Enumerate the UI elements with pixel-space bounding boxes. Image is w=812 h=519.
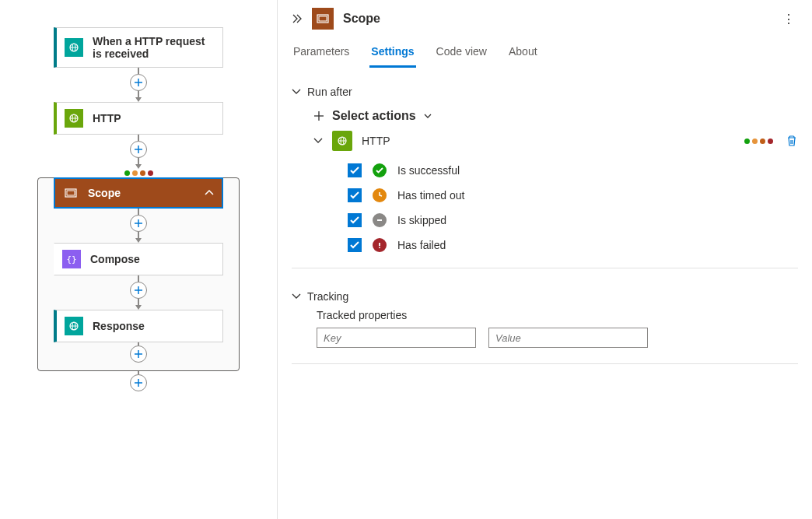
add-step-button[interactable] [130, 74, 147, 91]
chevron-down-icon [313, 138, 323, 144]
scope-icon [63, 185, 79, 201]
success-icon [373, 163, 387, 177]
node-label: Compose [90, 253, 140, 265]
condition-timeout: Has timed out [348, 188, 798, 202]
add-step-button[interactable] [130, 282, 147, 299]
chevron-down-icon [424, 114, 432, 119]
svg-rect-11 [67, 191, 75, 195]
node-label: HTTP [93, 112, 121, 124]
condition-label: Is skipped [397, 214, 446, 226]
add-step-button[interactable] [130, 345, 147, 363]
panel-tabs: Parameters Settings Code view About [278, 37, 812, 68]
connector [130, 342, 147, 363]
condition-label: Is successful [397, 164, 460, 177]
delete-action-button[interactable] [786, 135, 798, 147]
node-http[interactable]: HTTP [54, 102, 223, 135]
divider [292, 268, 798, 268]
connector [130, 209, 147, 243]
compose-icon: {} [62, 250, 81, 268]
svg-point-33 [379, 247, 380, 248]
node-response[interactable]: Response [54, 310, 223, 342]
clock-icon [373, 188, 387, 202]
connector [130, 135, 147, 169]
condition-label: Has timed out [397, 189, 464, 202]
add-step-button[interactable] [130, 141, 147, 158]
more-actions-button[interactable]: ⋮ [779, 9, 798, 30]
action-label: HTTP [362, 135, 390, 147]
checkbox-skipped[interactable] [348, 213, 362, 227]
condition-failed: Has failed [348, 238, 798, 252]
condition-list: Is successful Has timed out [348, 163, 798, 252]
panel-header: Scope ⋮ [278, 0, 812, 37]
tracked-properties-inputs [317, 328, 798, 348]
chevron-down-icon [292, 89, 301, 95]
add-step-button[interactable] [130, 215, 147, 232]
node-compose[interactable]: {} Compose [54, 243, 223, 275]
error-icon [373, 238, 387, 252]
node-http-trigger[interactable]: When a HTTP request is received [54, 27, 223, 68]
connector [130, 275, 147, 310]
section-tracking: Tracking Tracked properties [292, 279, 798, 375]
minus-icon [373, 213, 387, 227]
run-after-action: HTTP [313, 131, 798, 252]
node-scope[interactable]: Scope [54, 177, 223, 209]
scope-icon [312, 8, 334, 30]
collapse-panel-button[interactable] [292, 13, 303, 24]
chevron-down-icon [292, 293, 301, 300]
tab-parameters[interactable]: Parameters [292, 37, 351, 68]
section-title: Tracking [307, 290, 348, 303]
select-actions-button[interactable]: Select actions [313, 109, 798, 123]
tracked-properties-label: Tracked properties [317, 309, 798, 321]
run-after-dots [124, 170, 153, 176]
flow-canvas[interactable]: When a HTTP request is received HTTP [0, 0, 278, 519]
action-header[interactable]: HTTP [313, 131, 798, 151]
divider [292, 363, 798, 364]
properties-panel: Scope ⋮ Parameters Settings Code view Ab… [278, 0, 812, 519]
checkbox-failed[interactable] [348, 238, 362, 252]
tab-code-view[interactable]: Code view [435, 37, 488, 68]
condition-label: Has failed [397, 239, 446, 251]
section-toggle-tracking[interactable]: Tracking [292, 290, 798, 303]
node-label: Response [93, 320, 145, 332]
connector [130, 68, 147, 102]
http-icon [332, 131, 352, 151]
plus-icon [313, 110, 324, 121]
chevron-up-icon[interactable] [205, 190, 214, 196]
section-toggle-run-after[interactable]: Run after [292, 86, 798, 98]
condition-success: Is successful [348, 163, 798, 177]
tracked-value-input[interactable] [488, 328, 648, 348]
section-run-after: Run after Select actions HTTP [292, 75, 798, 279]
add-step-button[interactable] [130, 374, 147, 391]
node-label: Scope [88, 187, 121, 199]
panel-title: Scope [343, 12, 380, 26]
scope-container: Scope {} Compose [37, 177, 240, 371]
tab-about[interactable]: About [507, 37, 539, 68]
condition-skipped: Is skipped [348, 213, 798, 227]
select-actions-label: Select actions [332, 109, 416, 123]
section-title: Run after [307, 86, 352, 98]
webhook-icon [65, 38, 83, 57]
node-label: When a HTTP request is received [93, 35, 215, 60]
svg-text:{}: {} [66, 254, 76, 265]
checkbox-success[interactable] [348, 163, 362, 177]
run-after-dots [744, 139, 773, 144]
connector [130, 371, 147, 391]
panel-body: Run after Select actions HTTP [278, 68, 812, 519]
response-icon [65, 317, 83, 335]
tab-settings[interactable]: Settings [369, 37, 415, 68]
http-icon [65, 109, 83, 128]
checkbox-timeout[interactable] [348, 188, 362, 202]
svg-rect-25 [319, 16, 327, 21]
tracked-key-input[interactable] [317, 328, 476, 348]
